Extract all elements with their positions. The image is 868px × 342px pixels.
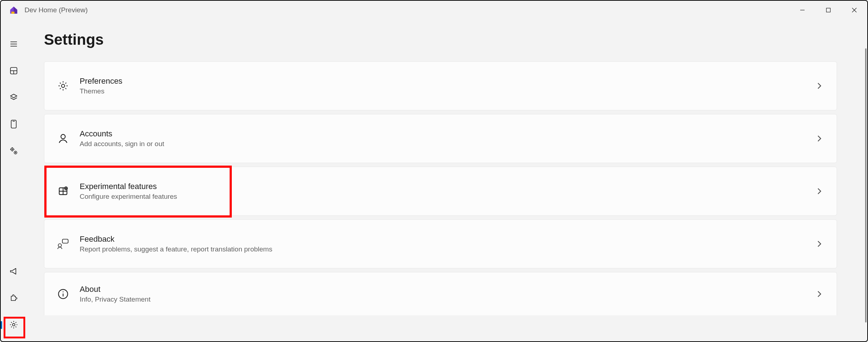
settings-card-feedback[interactable]: Feedback Report problems, suggest a feat…	[44, 219, 837, 268]
nav-device[interactable]	[4, 114, 24, 134]
svg-point-23	[62, 84, 65, 88]
person-icon	[57, 132, 70, 145]
hamburger-icon	[9, 40, 18, 48]
close-button[interactable]	[841, 1, 867, 19]
window-controls	[789, 1, 867, 19]
gear-icon	[57, 79, 70, 92]
device-icon	[10, 119, 18, 129]
gears-icon	[9, 146, 18, 155]
megaphone-icon	[9, 267, 18, 276]
chevron-right-icon	[814, 81, 824, 91]
layers-icon	[9, 93, 18, 102]
svg-point-32	[58, 244, 62, 247]
nav-extensions[interactable]	[4, 288, 24, 308]
card-subtitle: Report problems, suggest a feature, repo…	[80, 245, 814, 253]
card-subtitle: Themes	[80, 87, 814, 95]
card-subtitle: Add accounts, sign in or out	[80, 140, 814, 148]
card-subtitle: Configure experimental features	[80, 193, 814, 201]
puzzle-icon	[9, 293, 18, 303]
card-subtitle: Info, Privacy Statement	[80, 295, 814, 303]
svg-point-15	[12, 149, 13, 150]
svg-marker-11	[10, 94, 17, 98]
chevron-right-icon	[814, 289, 824, 299]
nav-machine-config[interactable]	[4, 87, 24, 108]
svg-point-17	[15, 152, 16, 153]
info-icon	[57, 288, 70, 301]
svg-point-16	[14, 151, 17, 154]
card-title: Feedback	[80, 234, 814, 244]
experiment-icon	[57, 185, 70, 198]
chevron-right-icon	[814, 133, 824, 144]
title-bar: Dev Home (Preview)	[1, 1, 867, 19]
page-title: Settings	[44, 31, 850, 48]
nav-utilities[interactable]	[4, 141, 24, 161]
nav-whatsnew[interactable]	[4, 261, 24, 281]
gear-icon	[9, 320, 18, 329]
chevron-right-icon	[814, 186, 824, 196]
svg-point-22	[13, 324, 15, 326]
card-title: Accounts	[80, 129, 814, 139]
maximize-button[interactable]	[815, 1, 841, 19]
settings-card-accounts[interactable]: Accounts Add accounts, sign in or out	[44, 114, 837, 163]
app-title: Dev Home (Preview)	[25, 6, 88, 14]
svg-rect-31	[62, 239, 68, 243]
card-title: Experimental features	[80, 182, 814, 191]
chevron-right-icon	[814, 239, 824, 249]
settings-card-about[interactable]: About Info, Privacy Statement	[44, 272, 837, 315]
svg-rect-0	[12, 12, 15, 13]
app-window: Dev Home (Preview)	[0, 0, 868, 342]
nav-dashboard[interactable]	[4, 61, 24, 81]
feedback-icon	[57, 237, 70, 250]
dashboard-icon	[9, 66, 18, 75]
settings-card-preferences[interactable]: Preferences Themes	[44, 61, 837, 110]
sidebar	[1, 19, 27, 341]
settings-card-experimental[interactable]: Experimental features Configure experime…	[44, 167, 837, 216]
settings-card-list: Preferences Themes Accounts	[44, 61, 837, 315]
scrollbar-thumb[interactable]	[865, 48, 867, 323]
svg-point-14	[11, 148, 14, 151]
svg-point-35	[63, 291, 63, 292]
app-body: Settings Preferences Themes	[1, 19, 867, 341]
svg-point-24	[61, 135, 65, 139]
app-icon	[9, 5, 19, 15]
svg-rect-2	[827, 8, 831, 12]
nav-settings[interactable]	[4, 315, 24, 335]
minimize-button[interactable]	[789, 1, 815, 19]
nav-toggle[interactable]	[4, 34, 24, 54]
card-title: Preferences	[80, 76, 814, 86]
content-area: Settings Preferences Themes	[27, 19, 867, 341]
card-title: About	[80, 285, 814, 294]
